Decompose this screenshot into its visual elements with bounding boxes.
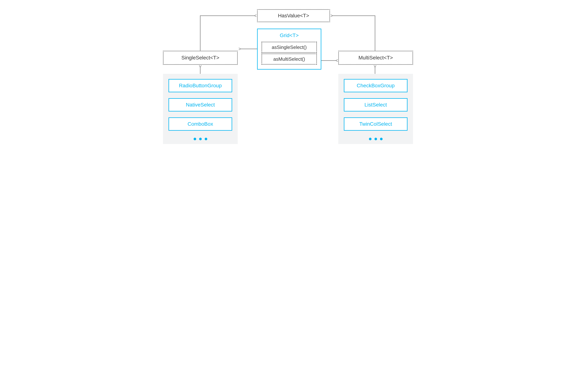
multiselect-interface-box: MultiSelect<T> [338, 51, 413, 65]
singleselect-interface-box: SingleSelect<T> [163, 51, 238, 65]
multiselect-implementations-panel: CheckBoxGroup ListSelect TwinColSelect [338, 74, 413, 144]
impl-radiobuttongroup: RadioButtonGroup [168, 79, 232, 92]
impl-nativeselect: NativeSelect [168, 98, 232, 112]
hasvalue-label: HasValue<T> [278, 13, 309, 19]
selection-hierarchy-diagram: HasValue<T> SingleSelect<T> MultiSelect<… [163, 9, 425, 170]
impl-combobox: ComboBox [168, 117, 232, 131]
impl-twincolselect: TwinColSelect [344, 117, 407, 131]
grid-class-box: Grid<T> asSingleSelect() asMultiSelect() [257, 29, 321, 69]
singleselect-label: SingleSelect<T> [181, 55, 219, 61]
ellipsis-icon [194, 138, 207, 140]
ellipsis-icon [369, 138, 383, 140]
grid-method-single: asSingleSelect() [262, 42, 317, 53]
impl-checkboxgroup: CheckBoxGroup [344, 79, 407, 92]
impl-listselect: ListSelect [344, 98, 407, 112]
singleselect-implementations-panel: RadioButtonGroup NativeSelect ComboBox [163, 74, 238, 144]
multiselect-label: MultiSelect<T> [358, 55, 393, 61]
grid-method-multi: asMultiSelect() [262, 53, 317, 65]
grid-title: Grid<T> [280, 32, 299, 38]
hasvalue-interface-box: HasValue<T> [257, 9, 330, 22]
